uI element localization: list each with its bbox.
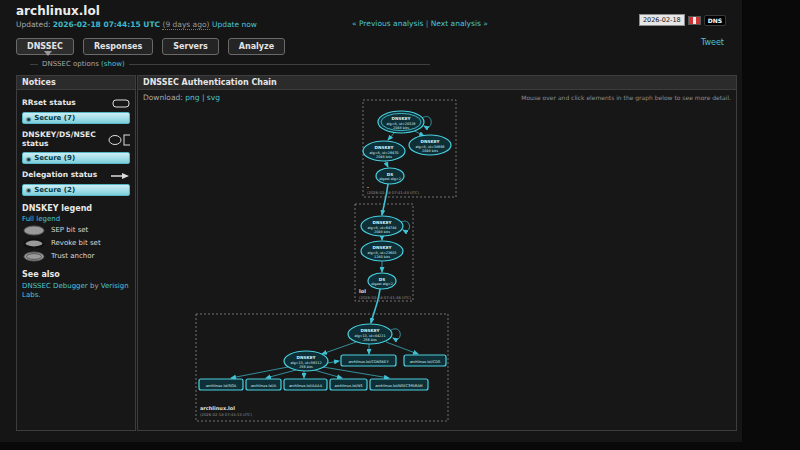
node-label: DNSKEY <box>372 220 392 225</box>
rrset-label: archlinux.lol/SOA <box>206 384 237 388</box>
node-root-ksk2[interactable]: DNSKEY alg=8, id=38696 2048 bits <box>409 135 451 155</box>
see-also-mid: by <box>90 282 99 290</box>
secure-dot-icon: ◉ <box>26 186 31 193</box>
node-rrset-soa[interactable]: archlinux.lol/SOA <box>199 379 243 390</box>
dnssec-debugger-link[interactable]: DNSSEC Debugger <box>22 282 88 290</box>
analysis-date-box[interactable]: 2026-02-18 <box>639 14 685 26</box>
node-label: DNSKEY <box>391 116 411 121</box>
previous-analysis-link[interactable]: « Previous analysis <box>352 19 423 28</box>
node-rrset-ns[interactable]: archlinux.lol/NS <box>330 379 367 390</box>
root-zone-timestamp: (2026-02-18 07:41:43 UTC) <box>367 190 420 195</box>
update-now-link[interactable]: Update now <box>212 20 257 29</box>
content-panels: Notices RRset status ◉ Secure (7) DNSKEY… <box>16 75 737 431</box>
node-rrset-nsec3param[interactable]: archlinux.lol/NSEC3PARAM <box>370 379 428 390</box>
node-label: DS <box>387 172 394 177</box>
node-label: 1280 bits <box>374 255 390 259</box>
legend-row-trust-anchor: Trust anchor <box>22 251 130 262</box>
rrset-label: archlinux.lol/AAAA <box>289 384 323 388</box>
node-rrset-aaaa[interactable]: archlinux.lol/AAAA <box>284 379 327 390</box>
dnssec-options-rule: DNSSEC options (show) <box>30 64 430 72</box>
full-legend-link[interactable]: Full legend <box>22 215 130 223</box>
node-lol-ksk[interactable]: DNSKEY alg=8, id=64744 2048 bits <box>361 216 403 236</box>
node-label: digest alg=2 <box>379 177 401 181</box>
active-tab-caret <box>44 51 52 56</box>
auth-chain-body: Download: png | svg Mouse over and click… <box>138 90 736 430</box>
legend-label: SEP bit set <box>51 226 88 234</box>
legend-label: Revoke bit set <box>51 239 101 247</box>
node-root-zsk[interactable]: DNSKEY alg=8, id=26470 2048 bits <box>363 141 405 161</box>
dnssec-options-label: DNSSEC options (show) <box>38 60 129 68</box>
edge-arch-zsk-nsec3param <box>323 367 389 378</box>
notices-panel: Notices RRset status ◉ Secure (7) DNSKEY… <box>16 75 136 431</box>
auth-chain-header: DNSSEC Authentication Chain <box>138 76 736 90</box>
edge-arch-ksk-cds <box>386 342 418 354</box>
updated-line: Updated: 2026-02-18 07:44:15 UTC (9 days… <box>16 20 257 29</box>
trust-anchor-icon <box>22 251 46 262</box>
node-label: DNSKEY <box>420 139 440 144</box>
node-label: 256 bits <box>299 365 313 369</box>
see-also-title: See also <box>22 270 130 279</box>
nav-separator: | <box>426 19 429 28</box>
rrset-secure-status[interactable]: ◉ Secure (7) <box>22 112 130 124</box>
lol-zone-label: lol <box>359 288 366 294</box>
delegation-secure-status[interactable]: ◉ Secure (2) <box>22 184 130 196</box>
node-arch-zsk[interactable]: DNSKEY alg=13, id=56312 256 bits <box>284 351 328 371</box>
dnskey-secure-status[interactable]: ◉ Secure (9) <box>22 152 130 164</box>
delegation-status-section: Delegation status <box>22 171 130 180</box>
rrset-status-title: RRset status <box>22 99 76 108</box>
rrset-status-section: RRset status <box>22 99 130 108</box>
updated-label: Updated: <box>16 20 50 29</box>
archlinux-zone-label: archlinux.lol <box>200 405 235 411</box>
notices-body: RRset status ◉ Secure (7) DNSKEY/DS/NSEC… <box>17 90 135 305</box>
node-label: 2048 bits <box>422 149 438 153</box>
node-label: DNSKEY <box>296 355 316 360</box>
page-title: archlinux.lol <box>16 4 100 18</box>
next-analysis-link[interactable]: Next analysis » <box>431 19 488 28</box>
tweet-link[interactable]: Tweet <box>701 38 724 47</box>
dnskey-status-section: DNSKEY/DS/NSEC status <box>22 131 130 148</box>
auth-chain-panel: DNSSEC Authentication Chain Download: pn… <box>137 75 737 431</box>
edge-root-zsk-ds <box>385 161 388 167</box>
node-label: DNSKEY <box>372 245 392 250</box>
secure-dot-icon: ◉ <box>26 115 31 122</box>
node-root-ds[interactable]: DS digest alg=2 <box>376 168 404 184</box>
node-root-ksk[interactable]: DNSKEY alg=8, id=20326 2048 bits <box>378 111 424 133</box>
edge-root-ksk-zsk <box>388 132 395 140</box>
revoke-ellipse-icon <box>22 238 46 249</box>
options-show-link[interactable]: (show) <box>101 60 125 68</box>
node-label: 2048 bits <box>393 126 409 130</box>
node-label: DNSKEY <box>360 328 380 333</box>
node-label: DNSKEY <box>374 145 394 150</box>
tab-bar: DNSSEC Responses Servers Analyze Tweet <box>16 34 726 52</box>
tab-servers[interactable]: Servers <box>162 38 218 55</box>
node-label: DS <box>379 277 386 282</box>
edge-arch-zsk-ns <box>314 370 342 378</box>
tab-analyze[interactable]: Analyze <box>228 38 285 55</box>
dnskey-status-title: DNSKEY/DS/NSEC status <box>22 131 108 148</box>
node-rrset-cds[interactable]: archlinux.lol/CDS <box>404 355 446 366</box>
dnskey-legend-title: DNSKEY legend <box>22 204 130 213</box>
rrset-icon <box>112 99 130 108</box>
legend-row-revoke: Revoke bit set <box>22 238 130 249</box>
rrset-label: archlinux.lol/NS <box>334 384 363 388</box>
archlinux-zone-timestamp: (2026-02-18 07:44:15 UTC) <box>200 412 253 417</box>
delegation-arrow-icon <box>110 172 130 180</box>
node-lol-ds[interactable]: DS digest alg=2 <box>368 273 396 289</box>
node-lol-zsk[interactable]: DNSKEY alg=8, id=23603 1280 bits <box>361 241 403 261</box>
rrset-label: archlinux.lol/NSEC3PARAM <box>375 384 422 388</box>
rrset-label: archlinux.lol/CDNSKEY <box>348 360 389 364</box>
lol-zone-timestamp: (2026-02-18 07:41:46 UTC) <box>359 295 412 300</box>
node-rrset-a[interactable]: archlinux.lol/A <box>246 379 281 390</box>
secure-dot-icon: ◉ <box>26 155 31 162</box>
delegation-status-value: Secure (2) <box>34 186 75 194</box>
node-label: 256 bits <box>363 338 377 342</box>
updated-time: 2026-02-18 07:44:15 UTC <box>53 20 160 29</box>
node-label: 2048 bits <box>376 155 392 159</box>
node-arch-ksk[interactable]: DNSKEY alg=13, id=44221 256 bits <box>348 324 392 344</box>
see-also-text: DNSSEC Debugger by Verisign Labs. <box>22 282 130 301</box>
legend-label: Trust anchor <box>51 252 94 260</box>
analysis-nav: « Previous analysis | Next analysis » <box>352 19 488 28</box>
tab-responses[interactable]: Responses <box>83 38 153 55</box>
rrset-status-value: Secure (7) <box>34 114 75 122</box>
node-rrset-cdnskey[interactable]: archlinux.lol/CDNSKEY <box>341 355 396 366</box>
